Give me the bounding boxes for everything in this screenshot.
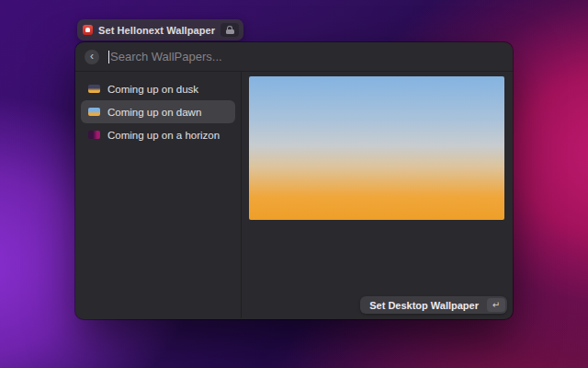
search-bar: ‹ Search WallPapers... — [75, 42, 513, 72]
wallpaper-thumbnail-dawn — [88, 108, 100, 116]
action-label: Set Desktop Wallpaper — [369, 300, 479, 311]
list-item-dusk[interactable]: Coming up on dusk — [81, 77, 235, 100]
wallpaper-list: Coming up on dusk Coming up on dawn Comi… — [75, 72, 241, 318]
lock-icon — [220, 23, 239, 37]
launcher-window: ‹ Search WallPapers... Coming up on dusk… — [75, 42, 513, 319]
return-key-icon: ↵ — [487, 298, 505, 312]
list-item-horizon[interactable]: Coming up on a horizon — [81, 123, 235, 146]
list-item-label: Coming up on dusk — [107, 84, 198, 95]
wallpaper-preview — [249, 76, 504, 220]
text-caret — [108, 51, 109, 63]
command-badge-label: Set Hellonext Wallpaper — [98, 25, 215, 36]
list-item-label: Coming up on dawn — [107, 107, 201, 118]
desktop-background: Set Hellonext Wallpaper ‹ Search WallPap… — [0, 0, 588, 368]
command-badge[interactable]: Set Hellonext Wallpaper — [77, 19, 243, 40]
chevron-left-icon: ‹ — [90, 50, 94, 63]
list-item-dawn[interactable]: Coming up on dawn — [81, 100, 235, 123]
list-item-label: Coming up on a horizon — [107, 130, 220, 141]
hellonext-app-icon — [83, 25, 93, 35]
wallpaper-thumbnail-dusk — [88, 85, 100, 93]
preview-panel: Set Desktop Wallpaper ↵ — [242, 72, 513, 318]
window-body: Coming up on dusk Coming up on dawn Comi… — [75, 72, 513, 318]
set-desktop-wallpaper-button[interactable]: Set Desktop Wallpaper ↵ — [360, 296, 507, 314]
lock-body — [226, 29, 234, 34]
wallpaper-thumbnail-horizon — [88, 131, 100, 139]
search-input[interactable]: Search WallPapers... — [110, 50, 503, 63]
back-button[interactable]: ‹ — [85, 50, 99, 64]
